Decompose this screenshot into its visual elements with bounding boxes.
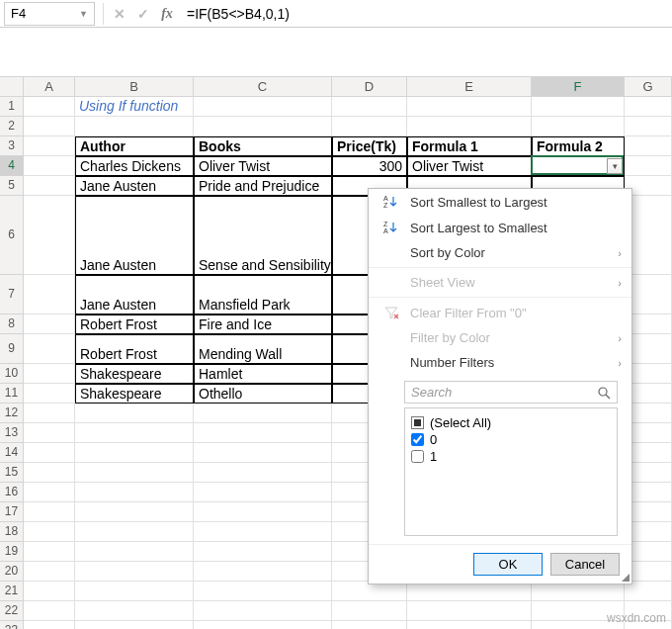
col-header-B[interactable]: B	[75, 77, 194, 96]
cell-A5[interactable]	[24, 176, 75, 196]
cell-C17[interactable]	[194, 502, 332, 522]
cell-A6[interactable]	[24, 196, 75, 275]
cell-E23[interactable]	[407, 621, 532, 629]
cell-B10[interactable]: Shakespeare	[75, 364, 194, 384]
cell-A21[interactable]	[24, 582, 75, 601]
cell-B20[interactable]	[75, 562, 194, 582]
checkbox[interactable]	[411, 450, 424, 463]
cell-B2[interactable]	[75, 117, 194, 136]
cell-A4[interactable]	[24, 156, 75, 176]
cell-A7[interactable]	[24, 275, 75, 314]
cell-C6[interactable]: Sense and Sensibility	[194, 196, 332, 275]
row-header-13[interactable]: 13	[0, 423, 24, 443]
row-header-16[interactable]: 16	[0, 483, 24, 502]
row-header-6[interactable]: 6	[0, 196, 24, 275]
sort-asc-item[interactable]: AZ Sort Smallest to Largest	[369, 189, 631, 215]
cell-C20[interactable]	[194, 562, 332, 582]
cell-D3[interactable]: Price(Tk)	[332, 136, 407, 156]
cell-A19[interactable]	[24, 542, 75, 562]
row-header-21[interactable]: 21	[0, 582, 24, 601]
cell-B5[interactable]: Jane Austen	[75, 176, 194, 196]
cell-C21[interactable]	[194, 582, 332, 601]
cell-A9[interactable]	[24, 334, 75, 364]
cell-A15[interactable]	[24, 463, 75, 483]
cell-A16[interactable]	[24, 483, 75, 502]
cell-A3[interactable]	[24, 136, 75, 156]
cell-F2[interactable]	[532, 117, 625, 136]
cell-A1[interactable]	[24, 97, 75, 117]
filter-value-1[interactable]: 1	[411, 448, 611, 465]
cell-C11[interactable]: Othello	[194, 384, 332, 404]
row-header-11[interactable]: 11	[0, 384, 24, 404]
filter-dropdown-button[interactable]	[607, 158, 623, 174]
cell-C15[interactable]	[194, 463, 332, 483]
row-header-23[interactable]: 23	[0, 621, 24, 629]
cell-B4[interactable]: Charles Dickens	[75, 156, 194, 176]
sort-desc-item[interactable]: ZA Sort Largest to Smallest	[369, 215, 631, 240]
cell-A20[interactable]	[24, 562, 75, 582]
cell-B11[interactable]: Shakespeare	[75, 384, 194, 404]
cell-C5[interactable]: Pride and Prejudice	[194, 176, 332, 196]
cell-C19[interactable]	[194, 542, 332, 562]
cell-A14[interactable]	[24, 443, 75, 463]
cell-E4[interactable]: Oliver Twist	[407, 156, 532, 176]
cell-B17[interactable]	[75, 502, 194, 522]
cell-A11[interactable]	[24, 384, 75, 404]
row-header-15[interactable]: 15	[0, 463, 24, 483]
cell-C9[interactable]: Mending Wall	[194, 334, 332, 364]
col-header-C[interactable]: C	[194, 77, 332, 96]
sort-color-item[interactable]: Sort by Color ›	[369, 240, 631, 265]
cell-C12[interactable]	[194, 404, 332, 423]
cell-B13[interactable]	[75, 423, 194, 443]
cell-B15[interactable]	[75, 463, 194, 483]
col-header-D[interactable]: D	[332, 77, 407, 96]
cell-F1[interactable]	[532, 97, 625, 117]
cell-B6[interactable]: Jane Austen	[75, 196, 194, 275]
cell-B12[interactable]	[75, 404, 194, 423]
cell-E2[interactable]	[407, 117, 532, 136]
cell-D1[interactable]	[332, 97, 407, 117]
filter-search-input[interactable]: Search	[404, 381, 618, 404]
cell-C3[interactable]: Books	[194, 136, 332, 156]
col-header-G[interactable]: G	[625, 77, 672, 96]
cell-G1[interactable]	[625, 97, 672, 117]
cell-E22[interactable]	[407, 601, 532, 621]
ok-button[interactable]: OK	[473, 553, 543, 576]
row-header-2[interactable]: 2	[0, 117, 24, 136]
cell-B9[interactable]: Robert Frost	[75, 334, 194, 364]
resize-grip[interactable]	[620, 572, 630, 582]
cell-C4[interactable]: Oliver Twist	[194, 156, 332, 176]
cell-C1[interactable]	[194, 97, 332, 117]
row-header-22[interactable]: 22	[0, 601, 24, 621]
row-header-12[interactable]: 12	[0, 404, 24, 423]
cell-E1[interactable]	[407, 97, 532, 117]
cell-A2[interactable]	[24, 117, 75, 136]
cell-B22[interactable]	[75, 601, 194, 621]
row-header-10[interactable]: 10	[0, 364, 24, 384]
name-box[interactable]: F4 ▼	[4, 2, 95, 26]
cell-C22[interactable]	[194, 601, 332, 621]
cell-C2[interactable]	[194, 117, 332, 136]
cell-G4[interactable]	[625, 156, 672, 176]
cell-A23[interactable]	[24, 621, 75, 629]
row-header-3[interactable]: 3	[0, 136, 24, 156]
cell-B21[interactable]	[75, 582, 194, 601]
row-header-9[interactable]: 9	[0, 334, 24, 364]
row-header-5[interactable]: 5	[0, 176, 24, 196]
select-all-checkbox[interactable]: (Select All)	[411, 414, 611, 431]
col-header-E[interactable]: E	[407, 77, 532, 96]
col-header-F[interactable]: F	[532, 77, 625, 96]
row-header-20[interactable]: 20	[0, 562, 24, 582]
cell-F21[interactable]	[532, 582, 625, 601]
cell-A22[interactable]	[24, 601, 75, 621]
checkbox[interactable]	[411, 433, 424, 446]
cell-D22[interactable]	[332, 601, 407, 621]
cell-C16[interactable]	[194, 483, 332, 502]
cell-B14[interactable]	[75, 443, 194, 463]
cell-B18[interactable]	[75, 522, 194, 542]
cell-E21[interactable]	[407, 582, 532, 601]
cell-B7[interactable]: Jane Austen	[75, 275, 194, 314]
cell-D23[interactable]	[332, 621, 407, 629]
cell-B8[interactable]: Robert Frost	[75, 314, 194, 334]
cell-A18[interactable]	[24, 522, 75, 542]
